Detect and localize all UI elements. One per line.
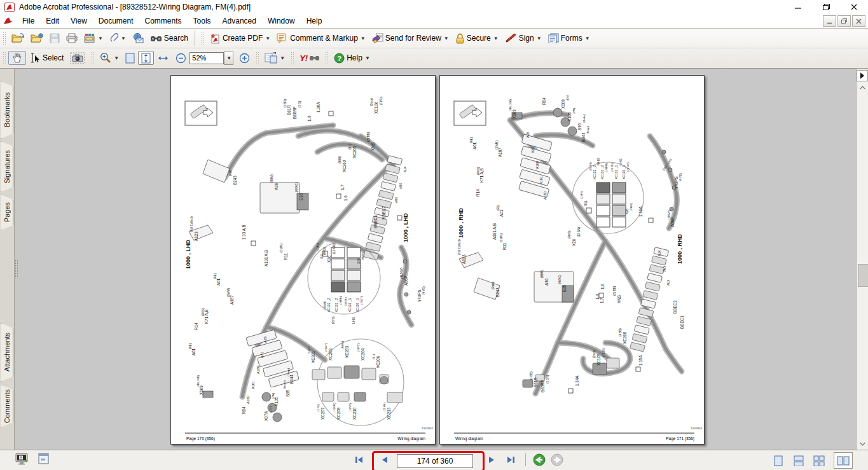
select-tool-button[interactable]: Select: [26, 51, 67, 65]
print-icon: [66, 33, 78, 43]
fit-width-button[interactable]: [138, 51, 154, 65]
minimize-button[interactable]: [784, 0, 812, 14]
menu-view[interactable]: View: [65, 15, 93, 27]
create-pdf-button[interactable]: Create PDF▼: [207, 31, 273, 45]
sign-label: Sign: [519, 34, 534, 43]
zoom-in-button[interactable]: [236, 51, 253, 65]
vertical-scrollbar[interactable]: [857, 81, 868, 450]
doc-restore-button[interactable]: [837, 15, 851, 27]
diagram-label: X26: [357, 258, 361, 264]
page-number-field[interactable]: [397, 454, 473, 468]
zoom-out-button[interactable]: [172, 51, 189, 65]
last-page-button[interactable]: [504, 453, 519, 467]
close-button[interactable]: [840, 0, 868, 14]
menu-window[interactable]: Window: [262, 15, 301, 27]
zoom-tool-button[interactable]: ▼: [97, 51, 122, 65]
fullscreen-mode-button[interactable]: [15, 453, 29, 467]
attach-button[interactable]: ▼: [106, 31, 129, 45]
diagram-label: 1.4: [595, 294, 600, 300]
search-button[interactable]: Search: [147, 31, 191, 45]
single-page-layout-button[interactable]: [769, 452, 788, 469]
sidebar-tab-pages[interactable]: Pages: [1, 195, 13, 230]
save-button[interactable]: [46, 31, 63, 45]
menu-file[interactable]: File: [17, 15, 40, 27]
previous-view-button[interactable]: [532, 453, 547, 467]
wiring-diagram-left: (2 BR)B61RB60RF(2 G)1.41.30A(Door)XC106(…: [171, 76, 435, 444]
diagram-label: B61R: [287, 105, 291, 115]
fit-page-button[interactable]: [122, 51, 138, 65]
facing-layout-button[interactable]: [834, 452, 853, 469]
diagram-label: (Brake): [582, 114, 586, 123]
restore-button[interactable]: [812, 0, 840, 14]
continuous-layout-button[interactable]: [789, 452, 808, 469]
snapshot-button[interactable]: [67, 51, 88, 65]
print-button[interactable]: [63, 31, 81, 45]
sidebar-tab-comments[interactable]: Comments: [1, 385, 13, 427]
toolbar-grip[interactable]: [91, 52, 94, 64]
diagram-label: R11: [584, 200, 588, 206]
zoom-level-input[interactable]: [189, 52, 224, 64]
scroll-down-arrow[interactable]: [857, 439, 868, 449]
menu-edit[interactable]: Edit: [40, 15, 65, 27]
menu-advanced[interactable]: Advanced: [217, 15, 262, 27]
help-button[interactable]: ? Help▼: [331, 51, 373, 65]
toolbar-grip[interactable]: [201, 32, 204, 45]
diagram-label: X26: [572, 238, 576, 246]
continuous-facing-layout-button[interactable]: [809, 452, 829, 469]
organizer-button[interactable]: ▼: [81, 31, 106, 45]
first-page-button[interactable]: [351, 453, 366, 467]
doc-close-button[interactable]: [852, 15, 865, 27]
diagram-label: BBEC1: [373, 215, 378, 228]
diagram-label: (12GN): [333, 403, 336, 411]
sidebar-tab-attachments[interactable]: Attachments: [1, 323, 13, 382]
comment-markup-button[interactable]: Comment & Markup▼: [273, 31, 369, 45]
send-for-review-button[interactable]: Send for Review▼: [369, 31, 452, 45]
previous-page-button[interactable]: [376, 453, 392, 467]
open-organizer-button[interactable]: [27, 31, 46, 45]
forms-button[interactable]: Forms▼: [545, 31, 593, 45]
next-view-button[interactable]: [549, 453, 565, 467]
diagram-label: XC207: [320, 407, 325, 420]
menu-document[interactable]: Document: [93, 15, 139, 27]
sidebar-tab-signatures[interactable]: Signatures: [1, 141, 13, 192]
secure-button[interactable]: Secure▼: [452, 31, 502, 45]
hide-pane-arrow-button[interactable]: [857, 70, 868, 81]
toolbar-grip[interactable]: [291, 52, 294, 64]
window-mode-button[interactable]: [38, 453, 50, 467]
toolbar-grip[interactable]: [3, 52, 6, 64]
diagram-label: (25GN): [589, 162, 592, 171]
scroll-up-arrow[interactable]: [857, 83, 868, 93]
diagram-label: A31: [260, 352, 264, 358]
diagram-label: (25GY): [324, 343, 327, 352]
pdf-page-left[interactable]: (2 BR)B61RB60RF(2 G)1.41.30A(Door)XC106(…: [170, 75, 436, 445]
sign-button[interactable]: Sign▼: [502, 31, 545, 45]
hand-tool-button[interactable]: [8, 51, 26, 65]
diagram-label: K71 A,B: [204, 309, 209, 324]
diagram-label: A161: [251, 381, 255, 389]
yahoo-search-button[interactable]: Y!: [296, 51, 322, 65]
document-pane[interactable]: (2 BR)B61RB60RF(2 G)1.41.30A(Door)XC106(…: [18, 69, 857, 450]
diagram-label: B60RF: [541, 380, 545, 392]
menu-comments[interactable]: Comments: [139, 15, 188, 27]
diagram-label: B243: [233, 176, 237, 185]
diagram-label: R04: [242, 406, 246, 414]
toolbar-grip[interactable]: [325, 52, 328, 64]
toolbar-grip[interactable]: [3, 32, 6, 45]
page-display-button[interactable]: ▼: [261, 51, 288, 65]
diagram-label: (2W): [572, 107, 575, 114]
menu-help[interactable]: Help: [301, 15, 328, 27]
pdf-page-right[interactable]: (9BL,16B)X169R04X008(12V)X105(2W)S95(Bra…: [439, 75, 705, 445]
sidebar-tab-bookmarks[interactable]: Bookmarks: [1, 81, 13, 139]
email-button[interactable]: [129, 31, 147, 45]
doc-minimize-button[interactable]: [823, 15, 836, 27]
scrollbar-thumb[interactable]: [858, 264, 868, 287]
comment-markup-icon: [277, 33, 288, 43]
toolbar-grip[interactable]: [256, 52, 259, 64]
fit-visible-button[interactable]: [154, 51, 172, 65]
next-page-button[interactable]: [485, 453, 500, 467]
open-button[interactable]: [8, 31, 27, 45]
diagram-label: (25 BL): [610, 163, 614, 172]
zoom-dropdown-button[interactable]: ▼: [224, 52, 233, 65]
diagram-label: R11: [502, 242, 507, 250]
menu-tools[interactable]: Tools: [188, 15, 217, 27]
